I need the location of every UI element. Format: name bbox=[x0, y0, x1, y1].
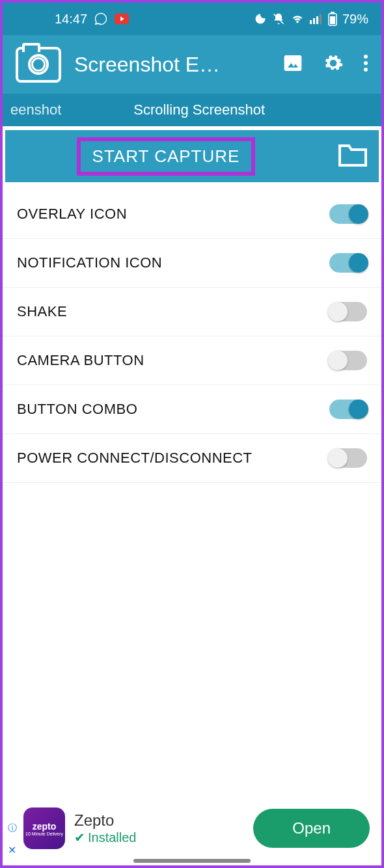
svg-text:x: x bbox=[316, 16, 319, 22]
folder-button[interactable] bbox=[327, 144, 379, 168]
ad-banner: ⓘ ✕ zepto 10 Minute Delivery Zepto ✔ Ins… bbox=[5, 799, 379, 858]
status-time: 14:47 bbox=[55, 12, 87, 27]
svg-rect-5 bbox=[320, 14, 322, 24]
tab-scrolling-screenshot[interactable]: Scrolling Screenshot bbox=[69, 102, 381, 118]
start-capture-button[interactable]: START CAPTURE bbox=[5, 130, 327, 182]
svg-rect-2 bbox=[310, 20, 312, 24]
whatsapp-icon bbox=[94, 12, 108, 26]
svg-rect-9 bbox=[330, 16, 335, 24]
setting-label: SHAKE bbox=[17, 303, 67, 320]
tabs: eenshot Scrolling Screenshot bbox=[3, 94, 381, 126]
svg-point-12 bbox=[364, 61, 368, 65]
battery-icon bbox=[328, 12, 337, 26]
toggle-overlay-icon[interactable] bbox=[329, 204, 367, 224]
app-title: Screenshot E… bbox=[74, 53, 269, 77]
app-bar: Screenshot E… bbox=[3, 35, 381, 94]
youtube-icon bbox=[115, 13, 129, 25]
setting-button-combo[interactable]: BUTTON COMBO bbox=[3, 385, 381, 434]
check-icon: ✔ bbox=[74, 830, 85, 845]
setting-label: BUTTON COMBO bbox=[17, 401, 137, 418]
more-icon[interactable] bbox=[363, 53, 368, 76]
toggle-shake[interactable] bbox=[329, 302, 367, 321]
ad-brand: zepto bbox=[33, 821, 57, 832]
status-bar: 14:47 x 79% bbox=[3, 3, 381, 35]
svg-rect-10 bbox=[284, 55, 302, 71]
setting-label: CAMERA BUTTON bbox=[17, 352, 144, 369]
ad-close-icon[interactable]: ✕ bbox=[8, 844, 16, 856]
ad-app-icon[interactable]: zepto 10 Minute Delivery bbox=[23, 807, 65, 849]
svg-rect-3 bbox=[313, 18, 315, 24]
settings-list: OVERLAY ICON NOTIFICATION ICON SHAKE CAM… bbox=[3, 182, 381, 483]
setting-label: POWER CONNECT/DISCONNECT bbox=[17, 450, 253, 467]
setting-overlay-icon[interactable]: OVERLAY ICON bbox=[3, 190, 381, 239]
svg-point-11 bbox=[364, 55, 368, 59]
gallery-icon[interactable] bbox=[282, 53, 303, 76]
setting-label: NOTIFICATION ICON bbox=[17, 254, 162, 271]
setting-notification-icon[interactable]: NOTIFICATION ICON bbox=[3, 239, 381, 288]
setting-shake[interactable]: SHAKE bbox=[3, 288, 381, 336]
signal-icon: x bbox=[310, 14, 323, 24]
home-indicator[interactable] bbox=[133, 859, 251, 863]
battery-percent: 79% bbox=[342, 12, 368, 27]
setting-label: OVERLAY ICON bbox=[17, 206, 127, 223]
setting-power-connect[interactable]: POWER CONNECT/DISCONNECT bbox=[3, 434, 381, 483]
toggle-notification-icon[interactable] bbox=[329, 253, 367, 273]
ad-brand-sub: 10 Minute Delivery bbox=[25, 832, 63, 836]
app-logo-icon bbox=[16, 47, 61, 83]
toggle-camera-button[interactable] bbox=[329, 351, 367, 370]
start-capture-label: START CAPTURE bbox=[92, 146, 240, 166]
wifi-icon bbox=[290, 13, 305, 25]
tab-screenshot[interactable]: eenshot bbox=[3, 102, 69, 118]
ad-status: ✔ Installed bbox=[74, 830, 244, 845]
svg-rect-8 bbox=[331, 12, 335, 14]
moon-icon bbox=[254, 12, 267, 25]
bell-off-icon bbox=[272, 12, 285, 25]
ad-info-icon[interactable]: ⓘ bbox=[8, 822, 17, 834]
svg-point-13 bbox=[364, 68, 368, 72]
toggle-button-combo[interactable] bbox=[329, 400, 367, 419]
gear-icon[interactable] bbox=[323, 53, 344, 76]
setting-camera-button[interactable]: CAMERA BUTTON bbox=[3, 336, 381, 385]
capture-bar: START CAPTURE bbox=[5, 130, 379, 182]
ad-open-button[interactable]: Open bbox=[253, 809, 370, 848]
ad-title: Zepto bbox=[74, 811, 244, 830]
toggle-power-connect[interactable] bbox=[329, 448, 367, 468]
